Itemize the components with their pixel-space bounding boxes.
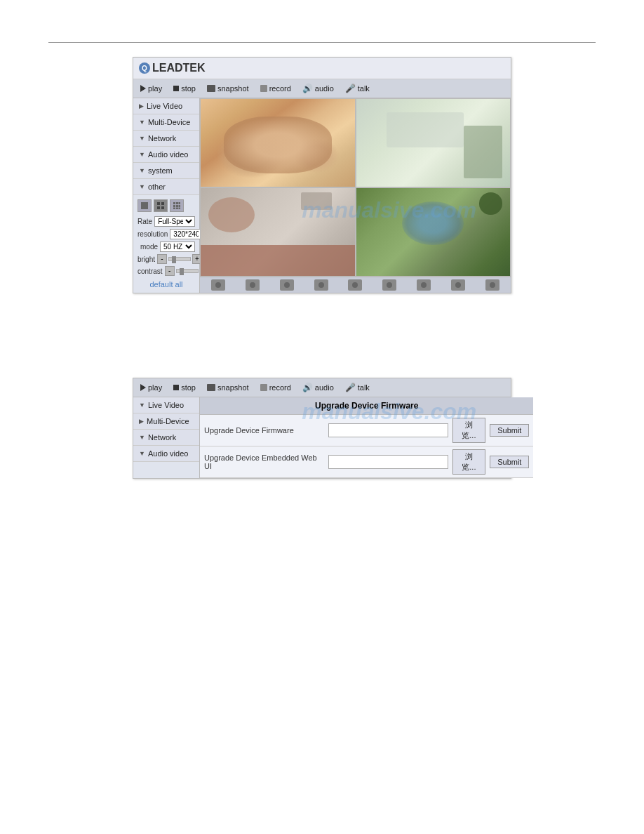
audio-label: audio: [315, 84, 334, 93]
sidebar-item-livevideo[interactable]: ▶ Live Video: [133, 98, 199, 114]
audio-button[interactable]: 🔊 audio: [300, 82, 337, 95]
svg-rect-13: [179, 208, 181, 210]
panel2: play stop snapshot record 🔊 audio: [133, 378, 511, 479]
video-grid-area: [200, 98, 511, 293]
bright-control-row: bright - +: [137, 254, 195, 264]
single-view-button[interactable]: [137, 199, 152, 212]
rate-select[interactable]: Full-Spe: [154, 216, 195, 227]
sidebar-item-multidevice[interactable]: ▼ Multi-Device: [133, 114, 199, 131]
sidebar-item-other[interactable]: ▼ other: [133, 179, 199, 195]
browse-webui-button[interactable]: 浏览...: [452, 449, 486, 475]
svg-rect-0: [141, 202, 148, 209]
sidebar2: ▼ Live Video ▶ Multi-Device ▼ Network ▼ …: [133, 397, 200, 478]
talk-icon: 🎤: [345, 84, 356, 93]
play-label2: play: [148, 383, 162, 392]
svg-rect-2: [161, 202, 164, 205]
stop-icon2: [173, 385, 179, 390]
submit-webui-button[interactable]: Submit: [490, 456, 529, 468]
stop-button[interactable]: stop: [170, 83, 199, 94]
sidebar-item-label: Live Video: [147, 102, 182, 110]
panel1-body: ▶ Live Video ▼ Multi-Device ▼ Network ▼ …: [133, 98, 511, 293]
bright-label: bright: [137, 256, 155, 263]
audio-button2[interactable]: 🔊 audio: [300, 381, 337, 394]
mode-control-row: mode 50 HZ: [137, 241, 195, 252]
camera-strip: [200, 277, 511, 293]
contrast-control-row: contrast - +: [137, 266, 195, 276]
arrow-icon: ▶: [139, 418, 144, 425]
arrow-icon: ▶: [139, 102, 144, 110]
sidebar2-item-network[interactable]: ▼ Network: [133, 430, 199, 446]
video-grid: [200, 98, 511, 277]
stop-button2[interactable]: stop: [170, 382, 199, 393]
view-mode-buttons: [137, 199, 195, 212]
record-button[interactable]: record: [257, 83, 294, 94]
arrow-icon: ▼: [139, 167, 145, 174]
rate-label: Rate: [137, 218, 152, 225]
sidebar-item-label: system: [148, 166, 173, 175]
default-all-link[interactable]: default all: [137, 280, 195, 289]
camera-feed-3: [200, 187, 356, 277]
snapshot-icon: [207, 85, 215, 92]
resolution-control-row: resolution 320*240: [137, 229, 195, 239]
logo-area: Q LEADTEK: [133, 58, 511, 79]
quad-view-button[interactable]: [154, 199, 168, 212]
camera-icon-4[interactable]: [314, 279, 328, 291]
sidebar2-item-livevideo[interactable]: ▼ Live Video: [133, 397, 199, 413]
camera-icon-1[interactable]: [211, 279, 225, 291]
contrast-decrease-button[interactable]: -: [165, 266, 175, 276]
panel2-body: ▼ Live Video ▶ Multi-Device ▼ Network ▼ …: [133, 397, 511, 478]
logo-q-icon: Q: [139, 62, 150, 74]
contrast-track: [176, 269, 199, 273]
svg-rect-11: [173, 208, 175, 210]
camera-icon-8[interactable]: [451, 279, 465, 291]
svg-rect-10: [179, 205, 181, 207]
bright-track: [168, 257, 191, 261]
controls-section: Rate Full-Spe resolution 320*240: [133, 195, 199, 293]
record-button2[interactable]: record: [257, 382, 294, 393]
panel1: Q LEADTEK play stop snapshot: [133, 57, 511, 293]
sidebar-item-network[interactable]: ▼ Network: [133, 131, 199, 147]
snapshot-button2[interactable]: snapshot: [204, 382, 252, 393]
rate-control-row: Rate Full-Spe: [137, 216, 195, 227]
talk-button2[interactable]: 🎤 talk: [342, 381, 373, 394]
nine-view-icon: [173, 201, 181, 210]
camera-icon-5[interactable]: [348, 279, 362, 291]
snapshot-label2: snapshot: [217, 383, 249, 392]
nine-view-button[interactable]: [170, 199, 184, 212]
sidebar-item-label: Audio video: [148, 150, 189, 159]
snapshot-label: snapshot: [217, 84, 249, 93]
upgrade-firmware-input[interactable]: [328, 423, 448, 437]
svg-rect-12: [176, 208, 178, 210]
upgrade-firmware-label: Upgrade Device Firmware: [204, 426, 324, 435]
upgrade-header: Upgrade Device Firmware: [200, 397, 533, 415]
camera-icon-6[interactable]: [382, 279, 396, 291]
audio-icon2: 🔊: [302, 383, 313, 392]
sidebar-item-system[interactable]: ▼ system: [133, 163, 199, 179]
snapshot-button[interactable]: snapshot: [204, 83, 252, 94]
camera-icon-3[interactable]: [280, 279, 294, 291]
upgrade-webui-input[interactable]: [328, 455, 448, 469]
sidebar2-item-multidevice[interactable]: ▶ Multi-Device: [133, 413, 199, 430]
submit-firmware-button[interactable]: Submit: [490, 424, 529, 437]
mode-select[interactable]: 50 HZ: [160, 241, 195, 252]
upgrade-firmware-row: Upgrade Device Firmware 浏览... Submit: [200, 415, 533, 446]
sidebar-item-label: Multi-Device: [147, 417, 189, 425]
toolbar2: play stop snapshot record 🔊 audio: [133, 378, 511, 397]
record-icon: [260, 85, 267, 92]
arrow-icon: ▼: [139, 450, 145, 457]
talk-button[interactable]: 🎤 talk: [342, 82, 373, 95]
bright-decrease-button[interactable]: -: [157, 254, 167, 264]
play-button2[interactable]: play: [137, 382, 165, 393]
browse-firmware-button[interactable]: 浏览...: [452, 418, 486, 443]
upgrade-content-area: Upgrade Device Firmware Upgrade Device F…: [200, 397, 533, 478]
mode-label: mode: [137, 243, 158, 251]
sidebar-item-label: Audio video: [148, 449, 189, 458]
audio-icon: 🔊: [302, 84, 313, 93]
play-button[interactable]: play: [137, 83, 165, 94]
camera-icon-2[interactable]: [246, 279, 260, 291]
svg-rect-3: [157, 206, 160, 209]
camera-icon-7[interactable]: [417, 279, 431, 291]
sidebar2-item-audiovideo[interactable]: ▼ Audio video: [133, 446, 199, 462]
sidebar-item-audiovideo[interactable]: ▼ Audio video: [133, 147, 199, 163]
camera-icon-9[interactable]: [485, 279, 499, 291]
